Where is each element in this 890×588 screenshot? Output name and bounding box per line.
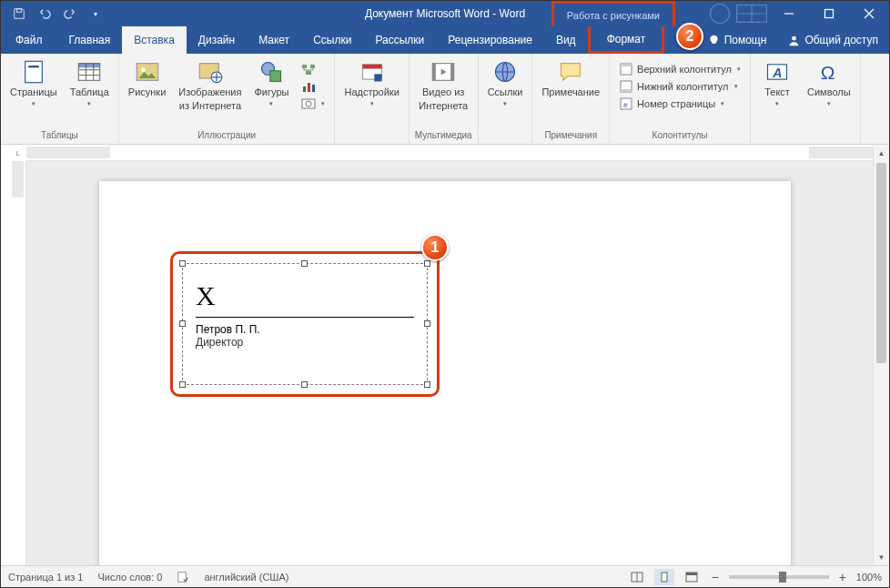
svg-text:Ω: Ω [820, 62, 834, 83]
group-media: Видео из Интернета Мультимедиа [410, 54, 479, 144]
maximize-button[interactable] [809, 1, 849, 26]
tab-home[interactable]: Главная [57, 26, 123, 54]
links-button[interactable]: Ссылки ▾ [484, 57, 527, 109]
tab-review[interactable]: Рецензирование [436, 26, 544, 54]
footer-label: Нижний колонтитул [637, 81, 728, 92]
symbols-button[interactable]: Ω Символы ▾ [804, 57, 855, 109]
minimize-button[interactable] [769, 1, 809, 26]
signature-line [196, 317, 414, 318]
group-label-comments: Примечания [544, 128, 597, 142]
chevron-down-icon: ▾ [737, 66, 741, 73]
undo-icon[interactable] [35, 5, 54, 23]
svg-rect-28 [308, 83, 310, 92]
view-web-layout[interactable] [682, 569, 702, 585]
tab-layout[interactable]: Макет [247, 26, 301, 54]
pictures-label: Рисунки [128, 86, 167, 98]
online-pictures-button[interactable]: Изображения из Интернета [175, 57, 245, 113]
status-language[interactable]: английский (США) [204, 572, 288, 583]
tab-mailings[interactable]: Рассылки [363, 26, 436, 54]
text-label: Текст [764, 86, 790, 98]
resize-handle[interactable] [301, 260, 308, 267]
online-video-button[interactable]: Видео из Интернета [415, 57, 471, 113]
scroll-up-icon[interactable]: ▲ [874, 145, 889, 161]
ruler-corner[interactable]: L [10, 145, 26, 161]
chevron-down-icon: ▾ [721, 100, 724, 107]
svg-rect-42 [621, 89, 632, 92]
video-label-2: Интернета [419, 100, 468, 112]
footer-button[interactable]: Нижний колонтитул▾ [615, 78, 744, 95]
group-text: A Текст ▾ Ω Символы ▾ [751, 54, 861, 144]
svg-rect-33 [362, 65, 381, 69]
callout-highlight-1: X Петров П. П. Директор [170, 251, 440, 397]
horizontal-ruler[interactable] [26, 145, 873, 161]
status-page[interactable]: Страница 1 из 1 [8, 572, 83, 583]
shapes-button[interactable]: Фигуры ▾ [250, 57, 292, 109]
save-icon[interactable] [10, 5, 28, 23]
callout-badge-2: 2 [676, 23, 703, 50]
chevron-down-icon: ▾ [775, 100, 779, 107]
resize-handle[interactable] [424, 320, 430, 327]
view-read-mode[interactable] [627, 569, 647, 585]
share-button[interactable]: Общий доступ [777, 34, 889, 46]
zoom-slider-knob[interactable] [779, 572, 786, 583]
screenshot-button[interactable]: ▾ [298, 96, 329, 112]
resize-handle[interactable] [179, 260, 186, 267]
document-viewport[interactable] [26, 161, 873, 565]
resize-handle[interactable] [301, 381, 308, 388]
resize-handle[interactable] [179, 381, 186, 388]
comment-button[interactable]: Примечание [538, 57, 603, 100]
online-pictures-label-2: из Интернета [179, 100, 241, 112]
qat-customize-icon[interactable]: ▾ [86, 5, 105, 23]
zoom-in-button[interactable]: + [836, 570, 849, 584]
tab-format[interactable]: Формат [588, 24, 665, 54]
tab-design[interactable]: Дизайн [187, 26, 247, 54]
vertical-ruler[interactable] [10, 161, 26, 565]
picture-icon [135, 59, 160, 85]
close-button[interactable] [849, 1, 889, 26]
resize-handle[interactable] [424, 260, 430, 267]
svg-rect-53 [686, 573, 697, 575]
online-pictures-label-1: Изображения [178, 86, 241, 98]
status-words[interactable]: Число слов: 0 [97, 572, 162, 583]
spellcheck-icon[interactable] [177, 571, 189, 583]
resize-handle[interactable] [179, 320, 186, 327]
group-links: Ссылки ▾ [479, 54, 533, 144]
tell-me-button[interactable]: Помощн [697, 34, 778, 46]
addins-button[interactable]: Надстройки ▾ [340, 57, 402, 109]
pictures-button[interactable]: Рисунки [125, 57, 170, 100]
svg-rect-37 [450, 64, 454, 81]
signature-object[interactable]: X Петров П. П. Директор [182, 263, 428, 385]
group-label-links [504, 128, 507, 142]
group-label-text [804, 128, 806, 142]
tab-file[interactable]: Файл [1, 26, 57, 54]
zoom-slider[interactable] [729, 575, 829, 579]
table-button[interactable]: Таблица ▾ [66, 57, 113, 109]
scrollbar-thumb[interactable] [876, 163, 886, 363]
redo-icon[interactable] [61, 5, 79, 23]
smartart-button[interactable] [298, 61, 329, 77]
scroll-down-icon[interactable]: ▼ [874, 549, 889, 565]
text-button[interactable]: A Текст ▾ [756, 57, 798, 109]
svg-rect-25 [310, 65, 315, 68]
link-icon [492, 59, 518, 85]
chevron-down-icon: ▾ [370, 100, 374, 107]
vertical-scrollbar[interactable]: ▲ ▼ [873, 145, 889, 565]
pages-button[interactable]: Страницы ▾ [6, 57, 61, 109]
table-label: Таблица [70, 86, 109, 98]
page-number-button[interactable]: # Номер страницы▾ [615, 96, 744, 112]
video-label-1: Видео из [422, 86, 464, 98]
symbol-icon: Ω [816, 59, 842, 85]
view-print-layout[interactable] [654, 569, 674, 585]
resize-handle[interactable] [424, 381, 430, 388]
tab-view[interactable]: Вид [544, 26, 588, 54]
chart-button[interactable] [298, 78, 329, 95]
header-button[interactable]: Верхний колонтитул▾ [615, 61, 744, 77]
tab-references[interactable]: Ссылки [301, 26, 363, 54]
zoom-value[interactable]: 100% [856, 572, 882, 583]
tab-insert[interactable]: Вставка [122, 26, 187, 54]
pages-label: Страницы [10, 86, 57, 98]
chevron-down-icon: ▾ [734, 83, 738, 90]
zoom-out-button[interactable]: − [709, 570, 722, 584]
page-number-icon: # [619, 96, 633, 111]
signature-name: Петров П. П. [196, 323, 414, 336]
